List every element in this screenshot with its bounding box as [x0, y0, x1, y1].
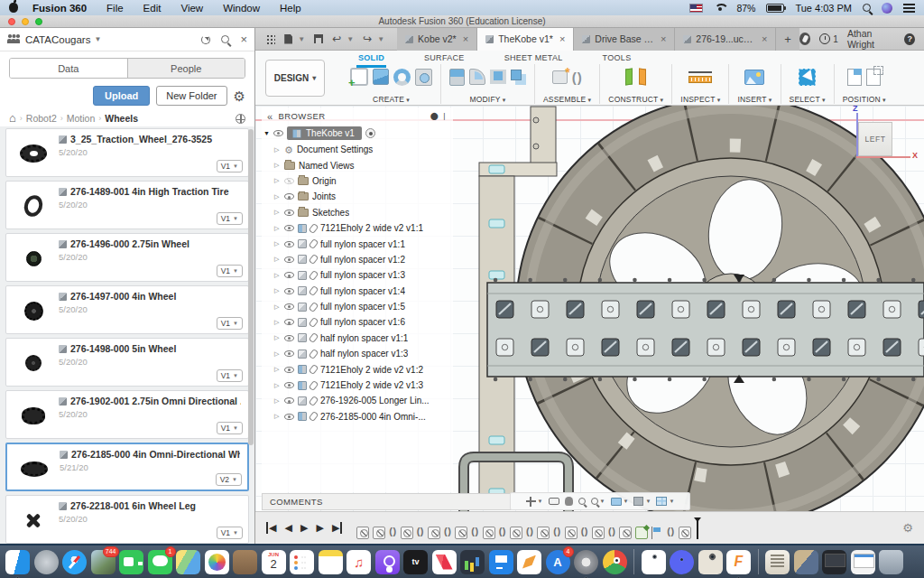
- activate-component-radio[interactable]: [365, 128, 375, 138]
- new-tab-button[interactable]: +: [776, 28, 799, 51]
- visibility-eye-icon[interactable]: [273, 130, 283, 136]
- visibility-eye-icon[interactable]: [284, 414, 294, 420]
- expand-arrow-icon[interactable]: ▷: [274, 256, 281, 263]
- browser-item[interactable]: ▷ full nylon spacer v1:5: [262, 299, 453, 314]
- dock-preview-icon[interactable]: [642, 550, 666, 574]
- expand-arrow-icon[interactable]: ▷: [274, 366, 281, 373]
- web-link-globe-icon[interactable]: [236, 114, 245, 124]
- browser-options-icon[interactable]: ⬤ ❘: [430, 112, 448, 120]
- siri-icon[interactable]: [882, 3, 892, 14]
- doc-tab-thekobe-v1[interactable]: TheKobe v1* ×: [477, 28, 574, 51]
- look-at-tool[interactable]: [549, 498, 559, 505]
- browser-item[interactable]: ▷ 7121Eholy 2 wide v2 v1:3: [262, 378, 453, 393]
- browser-item[interactable]: ▷ Sketches: [262, 205, 453, 220]
- doc-tab-kobe-v2[interactable]: Kobe v2* ×: [397, 28, 477, 51]
- revolve-icon[interactable]: [393, 69, 411, 86]
- version-badge[interactable]: V2▼: [216, 473, 242, 486]
- dock-news-icon[interactable]: [432, 550, 457, 574]
- dock-stocks-icon[interactable]: [460, 550, 485, 574]
- dock-pages-icon[interactable]: [517, 550, 541, 574]
- select-tool-icon[interactable]: [799, 69, 816, 86]
- home-icon[interactable]: ⌂: [9, 114, 16, 123]
- team-chevron-icon[interactable]: ▼: [94, 35, 101, 43]
- joint-icon[interactable]: (): [572, 70, 583, 85]
- create-sketch-icon[interactable]: [350, 68, 368, 86]
- browser-item[interactable]: ▷ Origin: [262, 173, 453, 189]
- go-to-end-button[interactable]: ▶: [332, 522, 342, 534]
- group-label-position[interactable]: POSITION: [843, 95, 886, 104]
- browser-item[interactable]: ▷ full nylon spacer v1:3: [262, 267, 453, 283]
- visibility-eye-icon[interactable]: [284, 367, 294, 373]
- expand-arrow-icon[interactable]: ▷: [274, 413, 281, 420]
- visibility-eye-icon[interactable]: [284, 225, 294, 231]
- position-capture-icon[interactable]: [847, 69, 862, 86]
- refresh-icon[interactable]: [201, 35, 210, 44]
- timeline-component-icon[interactable]: [510, 527, 522, 539]
- combine-icon[interactable]: [511, 70, 522, 80]
- group-label-select[interactable]: SELECT: [790, 95, 826, 104]
- job-status-icon[interactable]: [799, 33, 810, 45]
- help-icon[interactable]: ?: [904, 33, 915, 45]
- expand-arrow-icon[interactable]: ▷: [274, 319, 281, 326]
- undo-icon[interactable]: ↩▼: [332, 33, 354, 45]
- browser-item[interactable]: ▷ 7121Eholy 2 wide v2 v1:2: [262, 361, 453, 377]
- new-folder-button[interactable]: New Folder: [156, 86, 226, 106]
- timeline-joint-icon[interactable]: (): [608, 526, 615, 539]
- timeline-component-icon[interactable]: [455, 527, 467, 539]
- browser-item[interactable]: ▷ full nylon spacer v1:1: [262, 236, 453, 251]
- menu-app-name[interactable]: Fusion 360: [32, 3, 87, 14]
- expand-arrow-icon[interactable]: ▷: [274, 303, 281, 311]
- group-label-assemble[interactable]: ASSEMBLE: [543, 95, 591, 104]
- construct-plane-icon[interactable]: [639, 68, 646, 85]
- file-card[interactable]: 276-2218-001 6in Wheel Leg 5/20/20 V1▼: [5, 495, 249, 544]
- zoom-tool[interactable]: [578, 498, 586, 505]
- version-badge[interactable]: V1▼: [217, 212, 243, 225]
- timeline-joint-icon[interactable]: (): [526, 526, 533, 539]
- model-viewport[interactable]: Z X LEFT « BROWSER ⬤ ❘ ▼ TheKobe v1 ▷ ⚙ …: [255, 106, 924, 544]
- browser-item[interactable]: ▷ half nylon spacer v1:3: [262, 346, 453, 361]
- browser-root-row[interactable]: ▼ TheKobe v1: [262, 125, 453, 142]
- dock-chrome-icon[interactable]: [603, 550, 627, 574]
- timeline-component-icon[interactable]: [356, 527, 369, 539]
- group-label-modify[interactable]: MODIFY: [469, 95, 505, 104]
- timeline-component-icon[interactable]: [428, 527, 440, 539]
- scrollbar[interactable]: [248, 129, 254, 445]
- press-pull-icon[interactable]: [449, 69, 465, 86]
- visibility-eye-icon[interactable]: [284, 193, 294, 200]
- menu-help[interactable]: Help: [280, 3, 301, 14]
- file-card[interactable]: 276-1497-000 4in Wheel 5/20/20 V1▼: [5, 285, 249, 334]
- browser-item[interactable]: ▷ full nylon spacer v1:6: [262, 314, 453, 330]
- dock-calendar-icon[interactable]: JUN 2: [262, 550, 286, 574]
- notifications-clock-icon[interactable]: [819, 33, 830, 44]
- dock-keynote-icon[interactable]: [489, 550, 513, 574]
- browser-item[interactable]: ▷ ⚙ Document Settings: [262, 142, 453, 157]
- expand-arrow-icon[interactable]: ▷: [274, 177, 281, 184]
- dock-notes-icon[interactable]: [319, 550, 343, 574]
- doc-tab-276-truck[interactable]: 276-19...uck v2 ×: [675, 28, 776, 51]
- visibility-off-eye-icon[interactable]: [284, 178, 294, 184]
- expand-arrow-icon[interactable]: ▷: [274, 287, 281, 294]
- team-name[interactable]: CATACougars: [25, 34, 90, 45]
- close-tab-icon[interactable]: ×: [661, 33, 666, 44]
- expand-arrow-icon[interactable]: ▷: [274, 209, 281, 216]
- position-revert-icon[interactable]: [866, 69, 881, 86]
- expand-arrow-icon[interactable]: ▷: [274, 162, 281, 169]
- expand-arrow-icon[interactable]: ▷: [274, 334, 281, 341]
- visibility-eye-icon[interactable]: [284, 382, 294, 388]
- dock-system-preferences-icon[interactable]: [574, 550, 598, 574]
- dock-podcasts-icon[interactable]: [375, 550, 400, 574]
- input-language-flag-icon[interactable]: [689, 4, 703, 13]
- expand-arrow-icon[interactable]: ▷: [274, 350, 281, 358]
- extrude-icon[interactable]: [373, 69, 389, 85]
- expand-arrow-icon[interactable]: ▷: [274, 193, 281, 200]
- browser-item[interactable]: ▷ full nylon spacer v1:2: [262, 252, 453, 267]
- version-badge[interactable]: V1▼: [217, 160, 243, 172]
- play-button[interactable]: ▶: [300, 522, 308, 534]
- notification-center-icon[interactable]: [903, 4, 915, 13]
- step-forward-button[interactable]: ▶: [316, 522, 323, 534]
- tab-people[interactable]: People: [127, 59, 245, 78]
- close-panel-icon[interactable]: ×: [240, 35, 247, 44]
- menu-window[interactable]: Window: [223, 3, 260, 14]
- timeline-joint-icon[interactable]: (): [417, 526, 424, 539]
- dock-documents-stack[interactable]: [765, 550, 790, 574]
